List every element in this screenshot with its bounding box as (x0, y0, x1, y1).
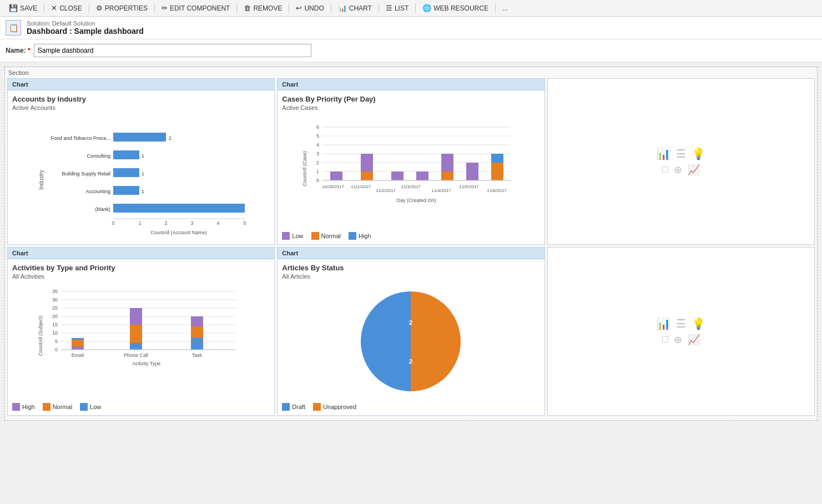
chart2-svg: CountAll (Case) 6 5 4 3 2 (300, 116, 522, 227)
svg-rect-83 (191, 338, 203, 350)
toolbar-separator-5 (289, 3, 289, 13)
chart-panel-2: Chart Cases By Priority (Per Day) Active… (277, 78, 544, 245)
svg-text:CountAll (Subject): CountAll (Subject) (38, 316, 43, 356)
chart2-title: Cases By Priority (Per Day) (282, 95, 539, 103)
svg-text:Accounting: Accounting (86, 189, 111, 194)
svg-text:2: 2 (169, 135, 172, 141)
svg-rect-77 (72, 338, 84, 340)
trend-icon-2: 📈 (688, 334, 700, 346)
svg-text:1: 1 (142, 153, 144, 159)
list-icon-empty: ☰ (676, 147, 686, 160)
toolbar-separator-3 (154, 3, 155, 13)
remove-button[interactable]: 🗑 REMOVE (239, 2, 286, 14)
chart-button[interactable]: 📊 CHART (334, 2, 376, 14)
bar-chart-icon-2: 📊 (657, 317, 670, 330)
toolbar-separator-9 (495, 3, 496, 13)
svg-text:(blank): (blank) (95, 206, 111, 212)
empty-icons-row-2: □ ⊕ 📈 (662, 164, 700, 176)
chart1-title: Accounts by Industry (12, 95, 270, 103)
svg-text:35: 35 (52, 289, 58, 294)
svg-text:CountAll (Case): CountAll (Case) (302, 151, 307, 187)
svg-text:0: 0 (316, 178, 319, 183)
chart3-svg-wrap: CountAll (Subject) 35 30 25 20 15 (12, 283, 270, 400)
toolbar-separator (44, 3, 44, 13)
name-input[interactable] (34, 44, 311, 57)
svg-text:1: 1 (142, 189, 144, 194)
close-icon: ✕ (51, 4, 57, 12)
undo-button[interactable]: ↩ UNDO (291, 2, 328, 14)
svg-rect-42 (391, 172, 404, 180)
svg-rect-46 (466, 163, 478, 180)
chart4-subtitle: All Articles (282, 273, 539, 280)
legend-high-dot (349, 232, 356, 240)
legend-unapproved-dot (313, 403, 321, 411)
undo-icon: ↩ (296, 4, 302, 12)
grid-row-1: Chart Accounts by Industry Active Accoun… (7, 78, 815, 245)
svg-text:Phone Call: Phone Call (124, 352, 148, 358)
save-button[interactable]: 💾 SAVE (4, 2, 42, 14)
close-button[interactable]: ✕ CLOSE (47, 2, 87, 14)
svg-text:15: 15 (52, 322, 58, 327)
svg-text:2: 2 (165, 220, 168, 226)
chart4-legend: Draft Unapproved (282, 403, 539, 411)
svg-text:11/5/2017: 11/5/2017 (460, 184, 480, 189)
svg-rect-39 (330, 172, 342, 180)
chart-panel-2-header: Chart (278, 79, 544, 90)
chart-panel-4: Chart Articles By Status All Articles (277, 247, 544, 416)
svg-rect-14 (113, 204, 245, 213)
svg-rect-8 (113, 168, 139, 177)
chart-panel-1: Chart Accounts by Industry Active Accoun… (7, 78, 275, 245)
svg-text:30: 30 (52, 297, 58, 303)
svg-text:5: 5 (316, 133, 319, 139)
list-icon: ☰ (386, 4, 392, 12)
svg-text:3: 3 (316, 151, 319, 157)
svg-text:11/6/2017: 11/6/2017 (487, 188, 507, 193)
svg-text:Day (Created On): Day (Created On) (397, 198, 436, 203)
svg-rect-45 (441, 172, 453, 180)
chart1-svg: Industry Food and Tobacco Proce... 2 Con… (36, 116, 246, 238)
svg-rect-41 (361, 172, 373, 180)
svg-rect-2 (113, 133, 166, 142)
web-resource-button[interactable]: 🌐 WEB RESOURCE (418, 2, 493, 14)
name-row: Name: * (0, 39, 822, 62)
more-button[interactable]: ... (498, 3, 512, 14)
toolbar-separator-4 (236, 3, 237, 13)
svg-text:4: 4 (316, 142, 319, 148)
svg-rect-48 (491, 163, 503, 180)
chart3-subtitle: All Activities (12, 273, 270, 280)
legend-unapproved: Unapproved (313, 403, 356, 411)
svg-rect-76 (72, 340, 84, 346)
svg-text:6: 6 (316, 124, 319, 130)
legend-normal-dot-3 (43, 403, 51, 411)
svg-text:0: 0 (55, 347, 58, 352)
page-title: Dashboard : Sample dashboard (27, 27, 144, 36)
name-field-label: Name: * (6, 47, 31, 54)
chart3-svg: CountAll (Subject) 35 30 25 20 15 (36, 283, 246, 400)
remove-icon: 🗑 (244, 4, 251, 12)
chart3-legend: High Normal Low (12, 403, 270, 411)
legend-low-dot-3 (80, 403, 88, 411)
svg-text:Food and Tobacco Proce...: Food and Tobacco Proce... (51, 135, 110, 141)
square-icon-2: □ (662, 334, 668, 346)
svg-text:1: 1 (142, 171, 144, 177)
chart-panel-4-header: Chart (278, 248, 544, 259)
chart-panel-1-header: Chart (8, 79, 274, 90)
svg-text:11/1/2017: 11/1/2017 (351, 184, 371, 189)
svg-text:25: 25 (52, 305, 58, 311)
required-marker: * (28, 47, 31, 54)
svg-text:CountAll (Account Name): CountAll (Account Name) (150, 230, 207, 235)
svg-text:11/2/2017: 11/2/2017 (376, 188, 396, 193)
list-button[interactable]: ☰ LIST (381, 2, 413, 14)
chart1-svg-wrap: Industry Food and Tobacco Proce... 2 Con… (12, 114, 270, 240)
svg-text:Task: Task (192, 352, 203, 358)
chart-panel-1-body: Accounts by Industry Active Accounts Ind… (8, 90, 274, 244)
bulb-icon: 💡 (692, 147, 705, 160)
properties-button[interactable]: ⚙ PROPERTIES (92, 2, 152, 14)
legend-draft-dot (282, 403, 290, 411)
svg-text:3: 3 (191, 220, 194, 226)
edit-component-button[interactable]: ✏ EDIT COMPONENT (157, 2, 234, 14)
svg-rect-43 (416, 172, 428, 180)
svg-text:0: 0 (112, 220, 115, 226)
svg-rect-5 (113, 150, 139, 159)
svg-text:11/4/2017: 11/4/2017 (432, 188, 452, 193)
